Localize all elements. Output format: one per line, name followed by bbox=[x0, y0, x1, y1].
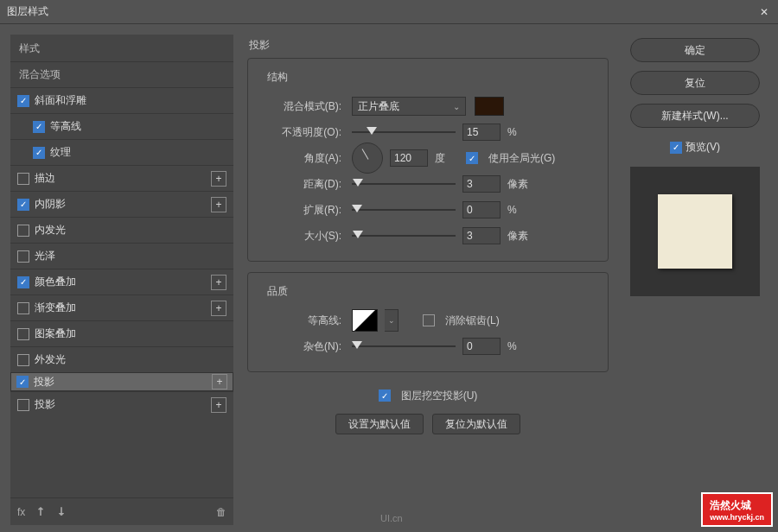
style-label: 描边 bbox=[35, 171, 211, 186]
style-label: 纹理 bbox=[50, 145, 226, 160]
shadow-color-swatch[interactable] bbox=[475, 97, 504, 116]
preview-label: 预览(V) bbox=[686, 140, 720, 155]
trash-icon[interactable]: 🗑 bbox=[216, 506, 226, 518]
plus-icon[interactable]: + bbox=[211, 301, 226, 316]
opacity-slider[interactable] bbox=[352, 124, 456, 140]
style-item-5[interactable]: 内发光 bbox=[10, 217, 233, 243]
angle-label: 角度(A): bbox=[258, 151, 345, 166]
style-label: 颜色叠加 bbox=[35, 275, 211, 289]
style-label: 渐变叠加 bbox=[35, 301, 211, 315]
style-label: 等高线 bbox=[50, 119, 226, 134]
opacity-label: 不透明度(O): bbox=[258, 125, 345, 140]
unit-percent: % bbox=[507, 340, 532, 352]
style-checkbox[interactable] bbox=[17, 173, 29, 185]
plus-icon[interactable]: + bbox=[211, 275, 226, 290]
style-item-6[interactable]: 光泽 bbox=[10, 243, 233, 269]
noise-slider[interactable] bbox=[352, 339, 456, 354]
style-checkbox[interactable]: ✓ bbox=[17, 95, 29, 107]
style-label: 外发光 bbox=[35, 352, 226, 367]
ok-button[interactable]: 确定 bbox=[630, 38, 760, 62]
section-title: 投影 bbox=[247, 35, 609, 58]
antialias-checkbox[interactable] bbox=[423, 314, 435, 326]
size-input[interactable] bbox=[462, 227, 501, 244]
knockout-label: 图层挖空投影(U) bbox=[401, 389, 478, 403]
arrow-up-icon[interactable]: 🠥 bbox=[35, 506, 46, 518]
quality-legend: 品质 bbox=[264, 284, 291, 299]
make-default-button[interactable]: 设置为默认值 bbox=[335, 414, 424, 434]
style-item-11[interactable]: ✓投影+ bbox=[10, 372, 233, 391]
cancel-button[interactable]: 复位 bbox=[630, 71, 760, 95]
styles-header: 样式 bbox=[10, 35, 233, 61]
style-checkbox[interactable]: ✓ bbox=[33, 147, 45, 159]
chevron-down-icon: ⌄ bbox=[453, 102, 460, 111]
opacity-input[interactable] bbox=[462, 124, 501, 141]
plus-icon[interactable]: + bbox=[211, 171, 226, 187]
blend-mode-select[interactable]: 正片叠底⌄ bbox=[352, 97, 466, 116]
plus-icon[interactable]: + bbox=[211, 397, 226, 413]
style-label: 投影 bbox=[34, 375, 212, 390]
contour-label: 等高线: bbox=[258, 314, 345, 328]
chevron-down-icon[interactable]: ⌄ bbox=[385, 309, 399, 332]
fx-icon[interactable]: fx bbox=[17, 506, 25, 518]
style-checkbox[interactable] bbox=[17, 225, 29, 237]
unit-percent: % bbox=[507, 204, 532, 216]
style-checkbox[interactable] bbox=[17, 302, 29, 314]
size-slider[interactable] bbox=[352, 228, 456, 244]
style-item-12[interactable]: 投影+ bbox=[10, 391, 233, 417]
blend-options-header[interactable]: 混合选项 bbox=[10, 61, 233, 87]
style-item-2[interactable]: ✓纹理 bbox=[10, 139, 233, 165]
noise-input[interactable] bbox=[462, 338, 501, 355]
global-light-label: 使用全局光(G) bbox=[488, 151, 555, 166]
style-label: 内阴影 bbox=[35, 197, 211, 212]
angle-input[interactable] bbox=[390, 149, 428, 167]
style-item-0[interactable]: ✓斜面和浮雕 bbox=[10, 87, 233, 113]
distance-input[interactable] bbox=[462, 175, 501, 193]
style-checkbox[interactable]: ✓ bbox=[17, 199, 29, 211]
unit-px: 像素 bbox=[507, 229, 532, 244]
style-item-8[interactable]: 渐变叠加+ bbox=[10, 294, 233, 320]
style-item-1[interactable]: ✓等高线 bbox=[10, 113, 233, 139]
plus-icon[interactable]: + bbox=[211, 197, 226, 212]
spread-label: 扩展(R): bbox=[258, 203, 345, 218]
spread-input[interactable] bbox=[462, 201, 501, 218]
style-item-4[interactable]: ✓内阴影+ bbox=[10, 191, 233, 217]
style-checkbox[interactable] bbox=[17, 250, 29, 263]
spread-slider[interactable] bbox=[352, 202, 456, 218]
style-checkbox[interactable]: ✓ bbox=[33, 121, 45, 133]
preview-checkbox[interactable]: ✓ bbox=[670, 142, 682, 154]
style-checkbox[interactable]: ✓ bbox=[16, 376, 29, 388]
uicn-watermark: UI.cn bbox=[380, 513, 403, 523]
size-label: 大小(S): bbox=[258, 229, 345, 244]
style-item-9[interactable]: 图案叠加 bbox=[10, 320, 233, 346]
angle-dial[interactable] bbox=[352, 142, 383, 174]
style-checkbox[interactable] bbox=[17, 399, 29, 411]
style-label: 斜面和浮雕 bbox=[35, 93, 226, 108]
style-label: 图案叠加 bbox=[35, 326, 226, 341]
style-item-10[interactable]: 外发光 bbox=[10, 346, 233, 372]
blend-mode-label: 混合模式(B): bbox=[258, 99, 345, 114]
style-item-7[interactable]: ✓颜色叠加+ bbox=[10, 269, 233, 294]
style-item-3[interactable]: 描边+ bbox=[10, 165, 233, 191]
styles-panel: 样式 混合选项 ✓斜面和浮雕✓等高线✓纹理描边+✓内阴影+内发光光泽✓颜色叠加+… bbox=[10, 35, 233, 525]
unit-deg: 度 bbox=[435, 151, 459, 166]
style-checkbox[interactable] bbox=[17, 328, 29, 340]
contour-picker[interactable] bbox=[352, 309, 378, 332]
style-checkbox[interactable] bbox=[17, 354, 29, 366]
preview-box bbox=[630, 167, 760, 296]
reset-default-button[interactable]: 复位为默认值 bbox=[432, 414, 520, 434]
style-label: 光泽 bbox=[35, 249, 226, 263]
style-label: 内发光 bbox=[35, 223, 226, 238]
distance-label: 距离(D): bbox=[258, 177, 345, 192]
arrow-down-icon[interactable]: 🠧 bbox=[56, 506, 67, 518]
distance-slider[interactable] bbox=[352, 176, 456, 192]
new-style-button[interactable]: 新建样式(W)... bbox=[630, 104, 760, 128]
knockout-checkbox[interactable]: ✓ bbox=[379, 390, 391, 402]
dialog-title: 图层样式 bbox=[7, 4, 757, 19]
noise-label: 杂色(N): bbox=[258, 339, 345, 354]
global-light-checkbox[interactable]: ✓ bbox=[466, 152, 478, 164]
plus-icon[interactable]: + bbox=[212, 374, 227, 390]
style-checkbox[interactable]: ✓ bbox=[17, 276, 29, 288]
antialias-label: 消除锯齿(L) bbox=[445, 314, 500, 328]
structure-legend: 结构 bbox=[264, 70, 291, 85]
close-icon[interactable]: ✕ bbox=[757, 6, 771, 18]
